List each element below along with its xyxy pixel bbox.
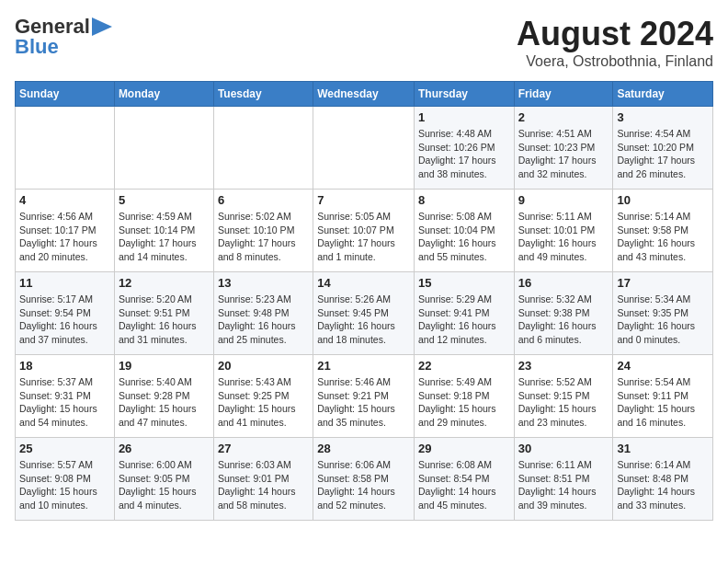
table-row: 18Sunrise: 5:37 AM Sunset: 9:31 PM Dayli… <box>16 355 115 438</box>
table-row: 10Sunrise: 5:14 AM Sunset: 9:58 PM Dayli… <box>613 190 713 272</box>
table-row: 20Sunrise: 5:43 AM Sunset: 9:25 PM Dayli… <box>213 355 313 438</box>
table-row: 7Sunrise: 5:05 AM Sunset: 10:07 PM Dayli… <box>313 190 415 272</box>
day-number: 25 <box>19 442 110 455</box>
day-info: Sunrise: 5:52 AM Sunset: 9:15 PM Dayligh… <box>518 375 609 430</box>
day-number: 26 <box>119 442 210 455</box>
table-row: 14Sunrise: 5:26 AM Sunset: 9:45 PM Dayli… <box>313 272 415 355</box>
day-info: Sunrise: 5:40 AM Sunset: 9:28 PM Dayligh… <box>119 375 210 430</box>
table-row: 17Sunrise: 5:34 AM Sunset: 9:35 PM Dayli… <box>613 272 713 355</box>
day-info: Sunrise: 5:49 AM Sunset: 9:18 PM Dayligh… <box>418 375 510 430</box>
day-info: Sunrise: 5:20 AM Sunset: 9:51 PM Dayligh… <box>119 293 210 347</box>
table-row <box>16 107 115 190</box>
table-row: 6Sunrise: 5:02 AM Sunset: 10:10 PM Dayli… <box>213 190 313 272</box>
day-info: Sunrise: 5:43 AM Sunset: 9:25 PM Dayligh… <box>218 375 309 430</box>
day-number: 8 <box>418 193 510 207</box>
table-row: 16Sunrise: 5:32 AM Sunset: 9:38 PM Dayli… <box>514 272 613 355</box>
day-number: 30 <box>518 442 609 455</box>
day-number: 4 <box>19 193 110 207</box>
calendar-week-row: 18Sunrise: 5:37 AM Sunset: 9:31 PM Dayli… <box>16 355 713 438</box>
day-info: Sunrise: 5:34 AM Sunset: 9:35 PM Dayligh… <box>617 293 709 347</box>
logo-blue: Blue <box>15 35 59 59</box>
table-row: 11Sunrise: 5:17 AM Sunset: 9:54 PM Dayli… <box>16 272 115 355</box>
day-info: Sunrise: 5:02 AM Sunset: 10:10 PM Daylig… <box>218 210 309 264</box>
calendar-week-row: 4Sunrise: 4:56 AM Sunset: 10:17 PM Dayli… <box>16 190 713 272</box>
header-saturday: Saturday <box>613 82 713 107</box>
day-number: 15 <box>418 276 510 290</box>
logo: General Blue <box>15 15 112 59</box>
day-info: Sunrise: 5:54 AM Sunset: 9:11 PM Dayligh… <box>617 375 709 430</box>
table-row: 3Sunrise: 4:54 AM Sunset: 10:20 PM Dayli… <box>613 107 713 190</box>
day-number: 3 <box>617 110 709 124</box>
day-info: Sunrise: 5:29 AM Sunset: 9:41 PM Dayligh… <box>418 293 510 347</box>
day-info: Sunrise: 6:06 AM Sunset: 8:58 PM Dayligh… <box>317 458 410 512</box>
day-number: 29 <box>418 442 510 455</box>
table-row: 21Sunrise: 5:46 AM Sunset: 9:21 PM Dayli… <box>313 355 415 438</box>
day-number: 11 <box>19 276 110 290</box>
day-number: 9 <box>518 193 609 207</box>
calendar-table: Sunday Monday Tuesday Wednesday Thursday… <box>15 81 713 521</box>
header-thursday: Thursday <box>414 82 514 107</box>
day-info: Sunrise: 5:08 AM Sunset: 10:04 PM Daylig… <box>418 210 510 264</box>
table-row: 26Sunrise: 6:00 AM Sunset: 9:05 PM Dayli… <box>114 438 213 521</box>
day-info: Sunrise: 6:00 AM Sunset: 9:05 PM Dayligh… <box>119 458 210 512</box>
day-info: Sunrise: 6:08 AM Sunset: 8:54 PM Dayligh… <box>418 458 510 512</box>
table-row: 5Sunrise: 4:59 AM Sunset: 10:14 PM Dayli… <box>114 190 213 272</box>
day-number: 13 <box>218 276 309 290</box>
title-block: August 2024 Voera, Ostrobothnia, Finland <box>517 15 713 70</box>
day-info: Sunrise: 5:57 AM Sunset: 9:08 PM Dayligh… <box>19 458 110 512</box>
day-number: 7 <box>317 193 410 207</box>
calendar-week-row: 25Sunrise: 5:57 AM Sunset: 9:08 PM Dayli… <box>16 438 713 521</box>
day-info: Sunrise: 5:26 AM Sunset: 9:45 PM Dayligh… <box>317 293 410 347</box>
day-number: 17 <box>617 276 709 290</box>
day-info: Sunrise: 4:56 AM Sunset: 10:17 PM Daylig… <box>19 210 110 264</box>
table-row: 12Sunrise: 5:20 AM Sunset: 9:51 PM Dayli… <box>114 272 213 355</box>
header-monday: Monday <box>114 82 213 107</box>
day-number: 5 <box>119 193 210 207</box>
day-info: Sunrise: 4:59 AM Sunset: 10:14 PM Daylig… <box>119 210 210 264</box>
calendar-subtitle: Voera, Ostrobothnia, Finland <box>517 53 713 70</box>
day-info: Sunrise: 5:32 AM Sunset: 9:38 PM Dayligh… <box>518 293 609 347</box>
table-row: 2Sunrise: 4:51 AM Sunset: 10:23 PM Dayli… <box>514 107 613 190</box>
table-row: 22Sunrise: 5:49 AM Sunset: 9:18 PM Dayli… <box>414 355 514 438</box>
day-number: 22 <box>418 359 510 373</box>
day-info: Sunrise: 5:14 AM Sunset: 9:58 PM Dayligh… <box>617 210 709 264</box>
table-row: 27Sunrise: 6:03 AM Sunset: 9:01 PM Dayli… <box>213 438 313 521</box>
day-number: 1 <box>418 110 510 124</box>
table-row: 9Sunrise: 5:11 AM Sunset: 10:01 PM Dayli… <box>514 190 613 272</box>
day-info: Sunrise: 5:17 AM Sunset: 9:54 PM Dayligh… <box>19 293 110 347</box>
day-info: Sunrise: 4:48 AM Sunset: 10:26 PM Daylig… <box>418 127 510 181</box>
day-info: Sunrise: 6:11 AM Sunset: 8:51 PM Dayligh… <box>518 458 609 512</box>
page-header: General Blue August 2024 Voera, Ostrobot… <box>15 15 713 70</box>
header-tuesday: Tuesday <box>213 82 313 107</box>
day-number: 6 <box>218 193 309 207</box>
svg-marker-0 <box>92 17 112 36</box>
day-number: 2 <box>518 110 609 124</box>
header-wednesday: Wednesday <box>313 82 415 107</box>
day-number: 20 <box>218 359 309 373</box>
table-row: 29Sunrise: 6:08 AM Sunset: 8:54 PM Dayli… <box>414 438 514 521</box>
day-info: Sunrise: 5:46 AM Sunset: 9:21 PM Dayligh… <box>317 375 410 430</box>
day-info: Sunrise: 5:23 AM Sunset: 9:48 PM Dayligh… <box>218 293 309 347</box>
calendar-week-row: 1Sunrise: 4:48 AM Sunset: 10:26 PM Dayli… <box>16 107 713 190</box>
day-number: 24 <box>617 359 709 373</box>
table-row: 23Sunrise: 5:52 AM Sunset: 9:15 PM Dayli… <box>514 355 613 438</box>
day-number: 12 <box>119 276 210 290</box>
day-info: Sunrise: 4:51 AM Sunset: 10:23 PM Daylig… <box>518 127 609 181</box>
day-number: 27 <box>218 442 309 455</box>
day-info: Sunrise: 4:54 AM Sunset: 10:20 PM Daylig… <box>617 127 709 181</box>
table-row: 28Sunrise: 6:06 AM Sunset: 8:58 PM Dayli… <box>313 438 415 521</box>
table-row: 8Sunrise: 5:08 AM Sunset: 10:04 PM Dayli… <box>414 190 514 272</box>
table-row: 30Sunrise: 6:11 AM Sunset: 8:51 PM Dayli… <box>514 438 613 521</box>
day-number: 28 <box>317 442 410 455</box>
table-row: 15Sunrise: 5:29 AM Sunset: 9:41 PM Dayli… <box>414 272 514 355</box>
logo-icon <box>92 17 112 36</box>
day-info: Sunrise: 6:03 AM Sunset: 9:01 PM Dayligh… <box>218 458 309 512</box>
table-row: 1Sunrise: 4:48 AM Sunset: 10:26 PM Dayli… <box>414 107 514 190</box>
day-info: Sunrise: 5:37 AM Sunset: 9:31 PM Dayligh… <box>19 375 110 430</box>
table-row: 4Sunrise: 4:56 AM Sunset: 10:17 PM Dayli… <box>16 190 115 272</box>
day-number: 14 <box>317 276 410 290</box>
day-number: 19 <box>119 359 210 373</box>
day-number: 18 <box>19 359 110 373</box>
table-row: 13Sunrise: 5:23 AM Sunset: 9:48 PM Dayli… <box>213 272 313 355</box>
table-row <box>114 107 213 190</box>
